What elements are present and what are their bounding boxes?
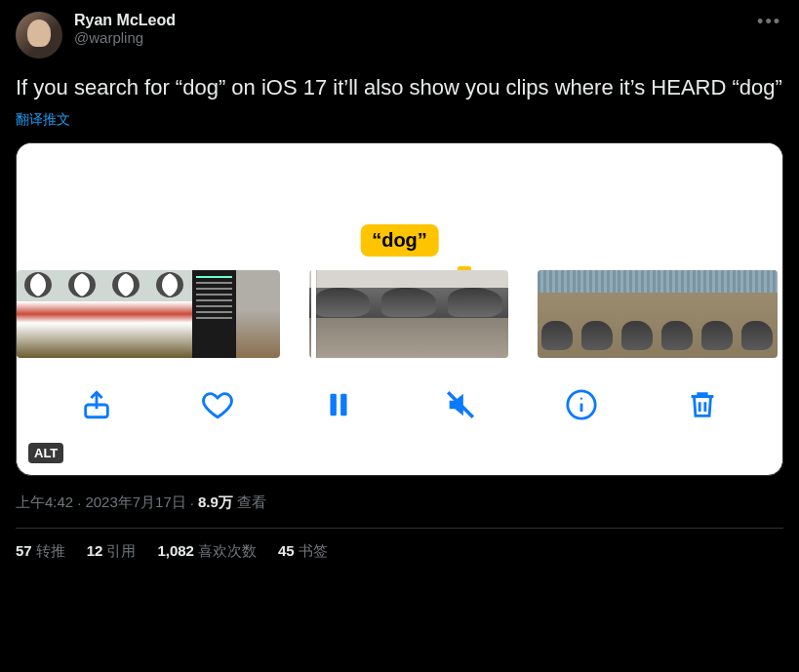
more-options-icon[interactable]: ••• xyxy=(757,12,781,32)
quotes-stat[interactable]: 12引用 xyxy=(87,542,137,561)
video-frame xyxy=(236,270,280,358)
views-label: 查看 xyxy=(237,494,266,512)
video-frame xyxy=(309,270,376,358)
tweet-header: Ryan McLeod @warpling xyxy=(16,12,783,59)
video-frame xyxy=(192,270,236,358)
heart-icon[interactable] xyxy=(198,385,237,424)
svg-point-6 xyxy=(580,397,582,399)
video-frame xyxy=(376,270,442,358)
info-icon[interactable] xyxy=(562,385,601,424)
media-card[interactable]: “dog” xyxy=(16,142,783,476)
author-names[interactable]: Ryan McLeod @warpling xyxy=(74,12,176,46)
tweet-time[interactable]: 上午4:42 xyxy=(16,494,73,512)
video-frame xyxy=(738,270,778,358)
media-preview-area: “dog” xyxy=(17,143,782,270)
retweets-stat[interactable]: 57转推 xyxy=(16,542,65,561)
mute-icon[interactable] xyxy=(441,385,480,424)
video-frame xyxy=(578,270,618,358)
likes-stat[interactable]: 1,082喜欢次数 xyxy=(157,542,257,561)
video-scrubber[interactable] xyxy=(17,270,782,358)
views-count: 8.9万 xyxy=(198,494,233,512)
video-frame xyxy=(442,270,508,358)
avatar[interactable] xyxy=(16,12,62,59)
video-frame xyxy=(104,270,148,358)
bookmarks-stat[interactable]: 45书签 xyxy=(278,542,328,561)
author-handle: @warpling xyxy=(74,29,176,46)
svg-rect-1 xyxy=(331,393,337,415)
pause-icon[interactable] xyxy=(319,385,358,424)
divider xyxy=(16,528,783,529)
share-icon[interactable] xyxy=(77,385,116,424)
video-frame xyxy=(538,270,578,358)
engagement-stats: 57转推 12引用 1,082喜欢次数 45书签 xyxy=(16,542,783,561)
tweet-date[interactable]: 2023年7月17日 xyxy=(85,494,185,512)
author-display-name: Ryan McLeod xyxy=(74,12,176,29)
clip-thumbnail-group[interactable] xyxy=(538,270,778,358)
video-frame xyxy=(148,270,192,358)
clip-thumbnail-group[interactable] xyxy=(17,270,280,358)
video-frame xyxy=(618,270,658,358)
caption-tag: “dog” xyxy=(360,224,439,257)
video-frame xyxy=(17,270,60,358)
svg-rect-2 xyxy=(341,393,347,415)
tweet-text: If you search for “dog” on iOS 17 it’ll … xyxy=(16,74,783,102)
trash-icon[interactable] xyxy=(683,385,722,424)
tweet-container: ••• Ryan McLeod @warpling If you search … xyxy=(0,0,799,573)
tweet-metadata: 上午4:42 · 2023年7月17日 · 8.9万 查看 xyxy=(16,494,783,512)
translate-link[interactable]: 翻译推文 xyxy=(16,111,70,129)
clip-thumbnail-group-active[interactable] xyxy=(309,270,508,358)
video-frame xyxy=(60,270,104,358)
video-frame xyxy=(658,270,698,358)
media-toolbar xyxy=(17,358,782,463)
video-frame xyxy=(698,270,738,358)
alt-text-badge[interactable]: ALT xyxy=(28,443,63,463)
